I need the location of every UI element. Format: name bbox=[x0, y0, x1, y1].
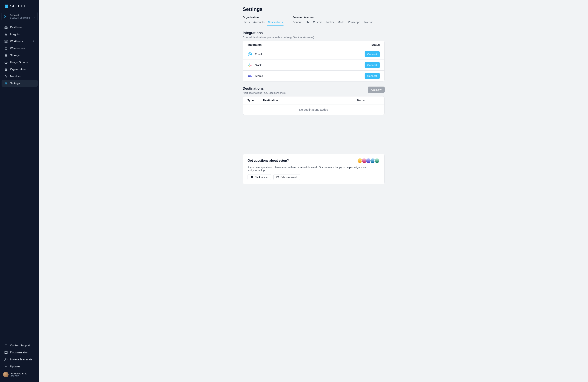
cpu-icon bbox=[4, 46, 8, 50]
tabgroup-label: Organization bbox=[243, 16, 283, 19]
tab-custom[interactable]: Custom bbox=[313, 21, 322, 26]
integration-name: Slack bbox=[255, 64, 262, 67]
button-label: Schedule a call bbox=[281, 176, 297, 179]
sidebar-item-contact-support[interactable]: Contact Support bbox=[1, 342, 38, 349]
sidebar-item-warehouses[interactable]: Warehouses bbox=[1, 45, 38, 52]
nav-label: Settings bbox=[10, 82, 20, 85]
account-switcher[interactable]: Account SELECT Snowflake ⇅ bbox=[1, 12, 38, 21]
chevron-right-icon bbox=[32, 40, 35, 42]
svg-rect-4 bbox=[6, 42, 7, 42]
integration-row-slack: Slack Connect bbox=[243, 60, 384, 71]
user-plus-icon bbox=[4, 358, 8, 361]
integration-name: Email bbox=[255, 53, 262, 56]
add-destination-button[interactable]: Add New bbox=[368, 86, 385, 93]
svg-point-9 bbox=[6, 366, 6, 367]
svg-point-7 bbox=[6, 83, 7, 84]
sidebar-item-dashboard[interactable]: Dashboard bbox=[1, 24, 38, 31]
col-header-integration: Integration bbox=[248, 43, 362, 46]
nav-label: Dashboard bbox=[10, 26, 23, 29]
sidebar-item-documentation[interactable]: Documentation bbox=[1, 349, 38, 356]
tab-notifications[interactable]: Notifications bbox=[268, 21, 283, 26]
team-avatars bbox=[358, 158, 380, 163]
nav-label: Warehouses bbox=[10, 47, 25, 50]
sidebar-item-insights[interactable]: Insights bbox=[1, 31, 38, 38]
tab-mode[interactable]: Mode bbox=[338, 21, 345, 26]
section-title: Integrations bbox=[243, 31, 314, 35]
nav-label: Updates bbox=[10, 365, 20, 368]
user-org: SELECT bbox=[10, 375, 27, 377]
nav-label: Invite a Teammate bbox=[10, 358, 32, 361]
svg-point-11 bbox=[249, 53, 251, 55]
connect-email-button[interactable]: Connect bbox=[365, 51, 380, 57]
svg-point-0 bbox=[5, 16, 6, 17]
nav-label: Usage Groups bbox=[10, 61, 28, 64]
sidebar-item-updates[interactable]: Updates bbox=[1, 363, 38, 370]
tab-looker[interactable]: Looker bbox=[326, 21, 334, 26]
snowflake-icon bbox=[4, 14, 8, 19]
sidebar-item-monitors[interactable]: Monitors bbox=[1, 73, 38, 80]
activity-icon bbox=[4, 74, 8, 78]
integration-row-email: Email Connect bbox=[243, 49, 384, 60]
col-header-status: Status bbox=[357, 99, 380, 102]
destinations-section: Destinations Alert destinations (e.g. Sl… bbox=[243, 86, 385, 115]
tab-periscope[interactable]: Periscope bbox=[348, 21, 360, 26]
chat-with-us-button[interactable]: Chat with us bbox=[248, 174, 271, 180]
main-content: Settings Organization Users Accounts Not… bbox=[39, 0, 588, 382]
sidebar-item-workloads[interactable]: Workloads bbox=[1, 38, 38, 45]
pie-chart-icon bbox=[4, 61, 8, 64]
svg-text:T: T bbox=[249, 75, 250, 77]
nav-label: Storage bbox=[10, 54, 20, 57]
tab-fivetran[interactable]: Fivetran bbox=[364, 21, 374, 26]
destinations-table: Type Destination Status No destinations … bbox=[243, 96, 385, 115]
book-icon bbox=[4, 351, 8, 354]
integrations-section: Integrations External destinations you'v… bbox=[243, 31, 385, 82]
tabgroup-selected-account: Selected Account General dbt Custom Look… bbox=[293, 16, 373, 26]
tab-dbt[interactable]: dbt bbox=[306, 21, 309, 26]
nav-label: Organization bbox=[10, 68, 25, 71]
integrations-table: Integration Status Email Connect bbox=[243, 41, 385, 82]
calendar-icon bbox=[276, 176, 279, 179]
connect-teams-button[interactable]: Connect bbox=[365, 73, 380, 79]
nav-label: Workloads bbox=[10, 40, 23, 43]
svg-rect-1 bbox=[5, 40, 6, 41]
button-label: Chat with us bbox=[255, 176, 268, 179]
svg-point-10 bbox=[248, 53, 252, 56]
current-user[interactable]: Fernando Brito SELECT bbox=[0, 370, 39, 379]
svg-rect-3 bbox=[5, 42, 6, 42]
help-title: Got questions about setup? bbox=[248, 159, 289, 162]
broadcast-icon bbox=[4, 365, 8, 368]
sidebar: SELECT Account SELECT Snowflake ⇅ Dashbo… bbox=[0, 0, 39, 382]
sidebar-item-usage-groups[interactable]: Usage Groups bbox=[1, 59, 38, 66]
nav-label: Monitors bbox=[10, 75, 21, 78]
account-name: SELECT Snowflake bbox=[10, 17, 31, 19]
ms-teams-icon: T bbox=[248, 74, 252, 78]
lightbulb-icon bbox=[4, 32, 8, 36]
building-icon bbox=[4, 67, 8, 71]
schedule-call-button[interactable]: Schedule a call bbox=[273, 174, 300, 180]
tab-general[interactable]: General bbox=[293, 21, 302, 26]
help-card: Got questions about setup? If you have q… bbox=[243, 154, 385, 184]
svg-rect-5 bbox=[5, 47, 7, 49]
section-title: Destinations bbox=[243, 86, 286, 91]
email-at-icon bbox=[248, 52, 252, 57]
brand-logo[interactable]: SELECT bbox=[0, 4, 39, 12]
gear-icon bbox=[4, 82, 8, 85]
home-icon bbox=[4, 25, 8, 29]
tab-accounts[interactable]: Accounts bbox=[253, 21, 265, 26]
sidebar-item-invite-teammate[interactable]: Invite a Teammate bbox=[1, 356, 38, 363]
sidebar-item-organization[interactable]: Organization bbox=[1, 66, 38, 73]
svg-rect-15 bbox=[250, 65, 252, 65]
svg-rect-13 bbox=[248, 65, 250, 65]
primary-nav: Dashboard Insights Workloads Warehouses … bbox=[0, 24, 39, 87]
connect-slack-button[interactable]: Connect bbox=[365, 62, 380, 68]
nav-label: Insights bbox=[10, 33, 20, 36]
svg-rect-19 bbox=[250, 76, 252, 77]
slack-icon bbox=[248, 63, 252, 67]
account-label: Account bbox=[10, 14, 31, 17]
tab-users[interactable]: Users bbox=[243, 21, 250, 26]
help-body: If you have questions, please chat with … bbox=[248, 166, 368, 171]
sidebar-item-settings[interactable]: Settings bbox=[1, 80, 38, 87]
sidebar-item-storage[interactable]: Storage bbox=[1, 52, 38, 59]
select-logo-icon bbox=[4, 4, 9, 8]
avatar bbox=[374, 158, 380, 163]
